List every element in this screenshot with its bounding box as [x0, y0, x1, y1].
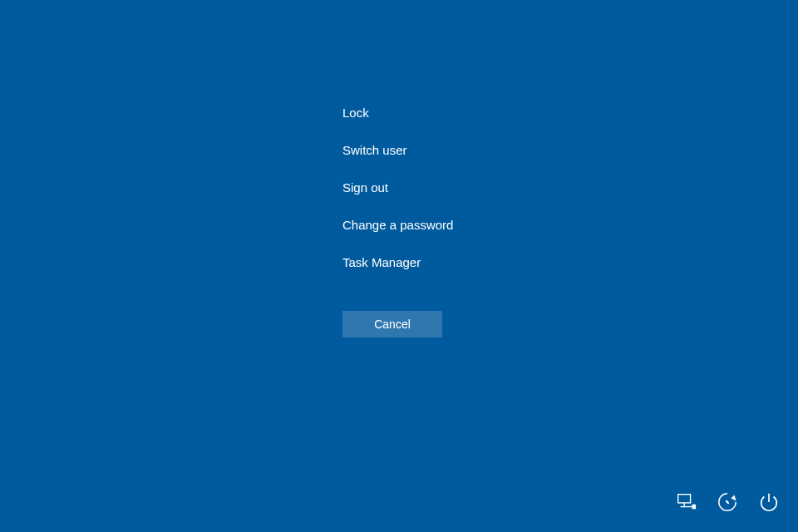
cancel-button[interactable]: Cancel	[342, 311, 442, 337]
bottom-icon-bar	[673, 490, 781, 517]
svg-rect-0	[678, 495, 691, 503]
svg-rect-4	[692, 505, 696, 510]
menu-item-sign-out[interactable]: Sign out	[342, 180, 388, 195]
menu-item-lock[interactable]: Lock	[342, 106, 369, 120]
network-button[interactable]	[673, 490, 698, 517]
menu-item-change-password[interactable]: Change a password	[342, 218, 453, 232]
menu-item-task-manager[interactable]: Task Manager	[342, 255, 421, 269]
network-icon	[675, 491, 697, 515]
accessibility-icon	[717, 491, 738, 515]
svg-point-6	[727, 501, 729, 504]
security-options-menu: Lock Switch user Sign out Change a passw…	[342, 106, 453, 337]
ease-of-access-button[interactable]	[715, 490, 740, 517]
power-button[interactable]	[756, 490, 781, 517]
menu-item-switch-user[interactable]: Switch user	[342, 143, 407, 157]
power-icon	[758, 491, 780, 515]
